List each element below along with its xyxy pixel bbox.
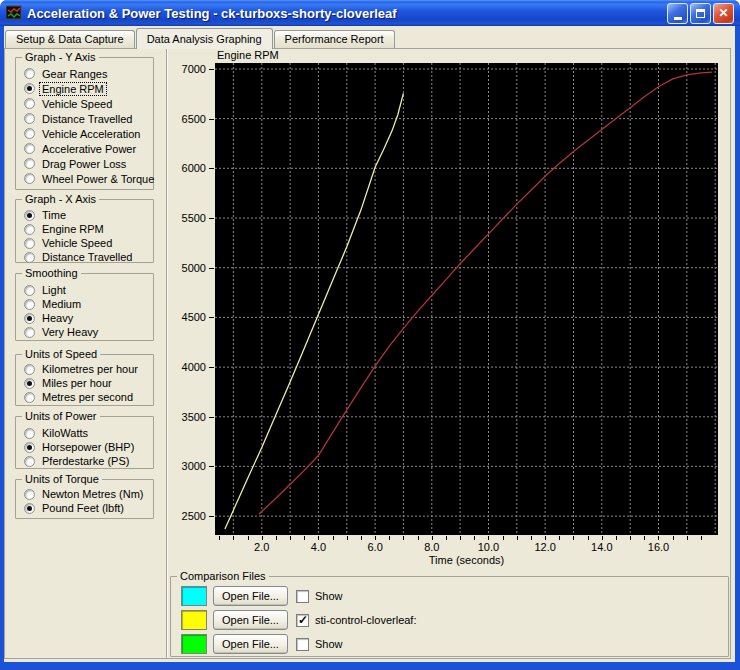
radio-kilometres-per-hour[interactable]: Kilometres per hour <box>24 362 152 376</box>
radio-label[interactable]: Time <box>40 209 68 221</box>
group-smoothing: SmoothingLightMediumHeavyVery Heavy <box>15 273 154 341</box>
radio-indicator[interactable] <box>24 224 35 235</box>
radio-label[interactable]: Miles per hour <box>40 377 114 389</box>
radio-vehicle-speed[interactable]: Vehicle Speed <box>24 96 152 111</box>
radio-label[interactable]: Wheel Power & Torque <box>40 173 156 185</box>
radio-horsepower-bhp[interactable]: Horsepower (BHP) <box>24 440 152 454</box>
show-file-checkbox[interactable] <box>296 638 309 651</box>
radio-indicator[interactable] <box>24 252 35 263</box>
minimize-button[interactable] <box>667 3 688 24</box>
radio-indicator[interactable] <box>24 442 35 453</box>
radio-indicator[interactable] <box>24 313 35 324</box>
radio-indicator[interactable] <box>24 285 35 296</box>
radio-label[interactable]: Distance Travelled <box>40 113 135 125</box>
radio-engine-rpm[interactable]: Engine RPM <box>24 81 152 96</box>
checkbox-label[interactable]: sti-control-cloverleaf: <box>315 614 416 626</box>
radio-indicator[interactable] <box>24 210 35 221</box>
radio-label[interactable]: Vehicle Acceleration <box>40 128 142 140</box>
radio-indicator[interactable] <box>24 456 35 467</box>
radio-indicator[interactable] <box>24 113 35 124</box>
file-color-swatch <box>181 634 207 654</box>
radio-label[interactable]: Vehicle Speed <box>40 237 114 249</box>
radio-indicator[interactable] <box>24 158 35 169</box>
radio-newton-metres-nm[interactable]: Newton Metres (Nm) <box>24 487 152 501</box>
radio-indicator[interactable] <box>24 392 35 403</box>
radio-label[interactable]: Kilometres per hour <box>40 363 140 375</box>
open-file-button[interactable]: Open File... <box>213 610 288 630</box>
radio-medium[interactable]: Medium <box>24 297 152 311</box>
show-file-checkbox-checked[interactable] <box>296 614 309 627</box>
radio-miles-per-hour[interactable]: Miles per hour <box>24 376 152 390</box>
radio-label[interactable]: Metres per second <box>40 391 135 403</box>
x-tick-mark <box>488 536 489 540</box>
close-button[interactable] <box>713 3 734 24</box>
checkbox-label[interactable]: Show <box>315 590 343 602</box>
radio-label[interactable]: Heavy <box>40 312 75 324</box>
radio-indicator[interactable] <box>24 299 35 310</box>
radio-wheel-power-torque[interactable]: Wheel Power & Torque <box>24 171 152 186</box>
radio-indicator[interactable] <box>24 503 35 514</box>
y-tick-mark <box>209 69 214 70</box>
open-file-button[interactable]: Open File... <box>213 634 288 654</box>
checkbox-label[interactable]: Show <box>315 638 343 650</box>
tab-performance-report[interactable]: Performance Report <box>274 30 395 48</box>
radio-pferdestarke-ps[interactable]: Pferdestarke (PS) <box>24 454 152 468</box>
radio-indicator[interactable] <box>24 68 35 79</box>
comparison-row: Open File...Show <box>181 634 343 654</box>
tab-setup-data-capture[interactable]: Setup & Data Capture <box>5 30 135 48</box>
maximize-button[interactable] <box>690 3 711 24</box>
radio-label[interactable]: Medium <box>40 298 83 310</box>
radio-indicator[interactable] <box>24 489 35 500</box>
radio-label[interactable]: Pferdestarke (PS) <box>40 455 131 467</box>
radio-label[interactable]: Newton Metres (Nm) <box>40 488 145 500</box>
tab-strip: Setup & Data Capture Data Analysis Graph… <box>5 28 396 49</box>
radio-label[interactable]: KiloWatts <box>40 427 90 439</box>
radio-very-heavy[interactable]: Very Heavy <box>24 325 152 339</box>
radio-indicator[interactable] <box>24 378 35 389</box>
radio-indicator[interactable] <box>24 428 35 439</box>
show-file-checkbox[interactable] <box>296 590 309 603</box>
radio-vehicle-speed[interactable]: Vehicle Speed <box>24 236 152 250</box>
radio-time[interactable]: Time <box>24 208 152 222</box>
radio-drag-power-loss[interactable]: Drag Power Loss <box>24 156 152 171</box>
radio-label[interactable]: Very Heavy <box>40 326 100 338</box>
radio-indicator[interactable] <box>24 173 35 184</box>
radio-label[interactable]: Engine RPM <box>40 223 106 235</box>
radio-label[interactable]: Light <box>40 284 68 296</box>
comparison-files-group: Comparison Files Open File...ShowOpen Fi… <box>170 576 729 657</box>
y-tick-label: 5500 <box>172 211 206 225</box>
radio-distance-travelled[interactable]: Distance Travelled <box>24 111 152 126</box>
radio-label[interactable]: Accelerative Power <box>40 143 138 155</box>
radio-accelerative-power[interactable]: Accelerative Power <box>24 141 152 156</box>
radio-indicator[interactable] <box>24 128 35 139</box>
radio-label[interactable]: Vehicle Speed <box>40 98 114 110</box>
radio-indicator[interactable] <box>24 83 35 94</box>
radio-pound-feet-lbft[interactable]: Pound Feet (lbft) <box>24 501 152 515</box>
radio-gear-ranges[interactable]: Gear Ranges <box>24 66 152 81</box>
x-tick-mark <box>517 536 518 540</box>
tab-data-analysis-graphing[interactable]: Data Analysis Graphing <box>136 28 273 49</box>
radio-label[interactable]: Pound Feet (lbft) <box>40 502 126 514</box>
radio-label[interactable]: Drag Power Loss <box>40 158 128 170</box>
title-bar[interactable]: Acceleration & Power Testing - ck-turbox… <box>0 0 740 26</box>
comparison-row: Open File...Show <box>181 586 343 606</box>
radio-indicator[interactable] <box>24 238 35 249</box>
radio-kilowatts[interactable]: KiloWatts <box>24 426 152 440</box>
radio-indicator[interactable] <box>24 327 35 338</box>
radio-metres-per-second[interactable]: Metres per second <box>24 390 152 404</box>
y-tick-label: 4000 <box>172 360 206 374</box>
radio-indicator[interactable] <box>24 143 35 154</box>
radio-label[interactable]: Horsepower (BHP) <box>40 441 136 453</box>
radio-group: Kilometres per hourMiles per hourMetres … <box>24 355 152 404</box>
radio-indicator[interactable] <box>24 364 35 375</box>
radio-vehicle-acceleration[interactable]: Vehicle Acceleration <box>24 126 152 141</box>
radio-engine-rpm[interactable]: Engine RPM <box>24 222 152 236</box>
open-file-button[interactable]: Open File... <box>213 586 288 606</box>
radio-label[interactable]: Engine RPM <box>40 83 106 95</box>
radio-light[interactable]: Light <box>24 283 152 297</box>
radio-heavy[interactable]: Heavy <box>24 311 152 325</box>
radio-indicator[interactable] <box>24 98 35 109</box>
radio-label[interactable]: Distance Travelled <box>40 251 135 263</box>
radio-label[interactable]: Gear Ranges <box>40 68 109 80</box>
radio-distance-travelled[interactable]: Distance Travelled <box>24 250 152 264</box>
